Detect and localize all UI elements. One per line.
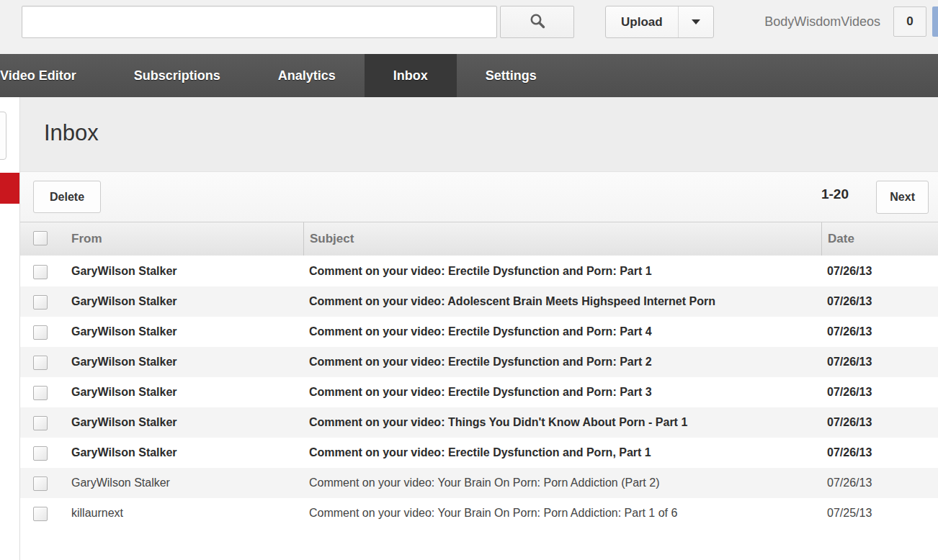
row-checkbox[interactable] (33, 356, 48, 370)
message-subject[interactable]: Comment on your video: Your Brain On Por… (303, 498, 821, 528)
message-subject[interactable]: Comment on your video: Erectile Dysfunct… (303, 256, 821, 286)
message-row[interactable]: GaryWilson Stalker Comment on your video… (20, 347, 938, 377)
inbox-toolbar: Delete 1-20 Next (20, 172, 938, 222)
red-accent-block (0, 173, 19, 204)
message-row[interactable]: GaryWilson Stalker Comment on your video… (20, 438, 938, 468)
page-header: Inbox (20, 97, 938, 172)
message-list: GaryWilson Stalker Comment on your video… (20, 256, 938, 528)
row-checkbox[interactable] (33, 416, 48, 430)
search-button[interactable] (500, 6, 574, 38)
upload-dropdown-button[interactable] (679, 6, 713, 37)
message-row[interactable]: GaryWilson Stalker Comment on your video… (20, 286, 938, 317)
search-icon (529, 12, 546, 32)
primary-nav: Video Editor Subscriptions Analytics Inb… (0, 54, 938, 97)
message-row[interactable]: GaryWilson Stalker Comment on your video… (20, 317, 938, 347)
column-header-date: Date (821, 222, 938, 256)
row-checkbox[interactable] (33, 295, 48, 310)
message-date: 07/26/13 (821, 438, 938, 468)
delete-button[interactable]: Delete (33, 181, 101, 213)
message-row[interactable]: GaryWilson Stalker Comment on your video… (20, 377, 938, 407)
message-row[interactable]: GaryWilson Stalker Comment on your video… (20, 256, 938, 286)
tab-subscriptions[interactable]: Subscriptions (105, 54, 249, 97)
message-date: 07/26/13 (821, 317, 938, 347)
message-subject[interactable]: Comment on your video: Erectile Dysfunct… (303, 317, 821, 347)
message-subject[interactable]: Comment on your video: Erectile Dysfunct… (303, 347, 821, 377)
message-date: 07/26/13 (821, 286, 938, 317)
message-row[interactable]: killaurnext Comment on your video: Your … (20, 498, 938, 528)
message-subject[interactable]: Comment on your video: Erectile Dysfunct… (303, 377, 821, 407)
upload-button[interactable]: Upload (606, 6, 679, 37)
tab-analytics[interactable]: Analytics (249, 54, 365, 97)
message-date: 07/26/13 (821, 256, 938, 286)
message-sender: GaryWilson Stalker (71, 347, 303, 377)
page-title: Inbox (20, 97, 938, 146)
message-sender: killaurnext (71, 498, 303, 528)
row-checkbox[interactable] (33, 265, 48, 279)
message-sender: GaryWilson Stalker (71, 256, 303, 286)
inbox-page: Inbox Delete 1-20 Next From Subject Date… (19, 97, 938, 560)
caret-down-icon (692, 19, 700, 24)
tab-video-editor[interactable]: Video Editor (0, 54, 105, 97)
message-sender: GaryWilson Stalker (71, 286, 303, 317)
message-subject[interactable]: Comment on your video: Adolescent Brain … (303, 286, 821, 317)
message-sender: GaryWilson Stalker (71, 407, 303, 438)
message-sender: GaryWilson Stalker (71, 377, 303, 407)
row-checkbox[interactable] (33, 507, 48, 521)
select-all-checkbox[interactable] (33, 231, 48, 245)
message-sender: GaryWilson Stalker (71, 468, 303, 498)
topbar: Upload BodyWisdomVideos 0 (0, 0, 938, 54)
table-header-row: From Subject Date (20, 222, 938, 256)
column-header-subject: Subject (303, 222, 821, 256)
tab-inbox[interactable]: Inbox (365, 54, 457, 97)
search-input[interactable] (22, 6, 497, 38)
message-sender: GaryWilson Stalker (71, 317, 303, 347)
notification-counter-button[interactable]: 0 (893, 6, 926, 37)
blue-button-fragment[interactable] (932, 6, 938, 37)
left-panel-fragment (0, 112, 6, 160)
left-rail (0, 97, 19, 560)
account-name: BodyWisdomVideos (764, 0, 880, 44)
message-date: 07/26/13 (821, 347, 938, 377)
message-subject[interactable]: Comment on your video: Things You Didn't… (303, 407, 821, 438)
row-checkbox[interactable] (33, 446, 48, 461)
row-checkbox[interactable] (33, 477, 48, 491)
next-page-button[interactable]: Next (876, 181, 929, 214)
message-subject[interactable]: Comment on your video: Erectile Dysfunct… (303, 438, 821, 468)
row-checkbox[interactable] (33, 325, 48, 340)
message-date: 07/26/13 (821, 377, 938, 407)
pagination-range: 1-20 (821, 186, 849, 202)
message-date: 07/26/13 (821, 468, 938, 498)
column-header-from: From (71, 222, 303, 256)
message-subject[interactable]: Comment on your video: Your Brain On Por… (303, 468, 821, 498)
tab-settings[interactable]: Settings (457, 54, 566, 97)
upload-button-group: Upload (605, 6, 714, 38)
message-sender: GaryWilson Stalker (71, 438, 303, 468)
message-row[interactable]: GaryWilson Stalker Comment on your video… (20, 468, 938, 498)
message-date: 07/25/13 (821, 498, 938, 528)
message-date: 07/26/13 (821, 407, 938, 438)
row-checkbox[interactable] (33, 386, 48, 400)
message-row[interactable]: GaryWilson Stalker Comment on your video… (20, 407, 938, 438)
